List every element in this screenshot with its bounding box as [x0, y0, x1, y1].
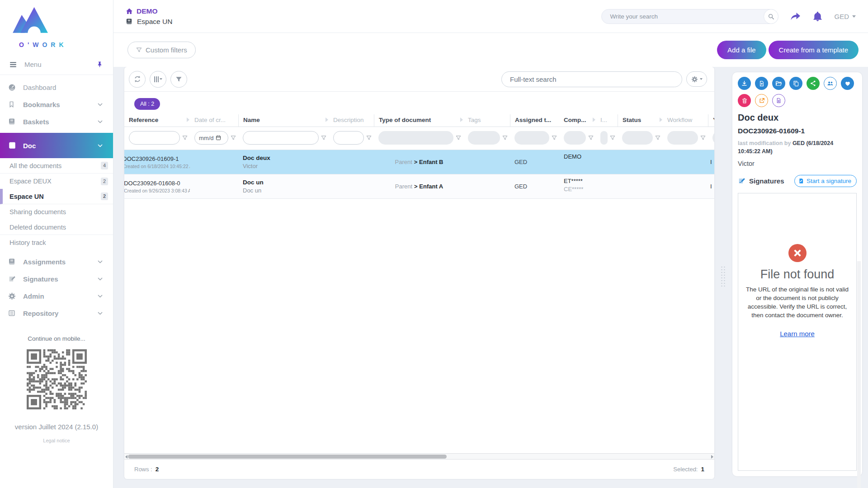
table-row[interactable]: w DOC230926-01609-1Created on 6/18/2024 …	[124, 150, 714, 174]
row-assigned-cell: GED	[510, 150, 559, 174]
start-signature-button[interactable]: Start a signature	[794, 175, 857, 187]
sidebar-item-all-documents[interactable]: All the documents 4	[0, 158, 113, 174]
col-header-tags[interactable]: Tags	[463, 114, 510, 127]
sidebar-item-sharing-documents[interactable]: Sharing documents	[0, 204, 113, 220]
funnel-icon[interactable]	[655, 135, 660, 141]
row-y-cell: I	[708, 150, 714, 174]
sidebar-item-espace-un[interactable]: Espace UN 2	[0, 189, 113, 204]
all-count-badge[interactable]: All : 2	[134, 98, 160, 110]
share-icon[interactable]	[790, 11, 801, 22]
file-upload-icon	[759, 80, 765, 87]
document-properties-button[interactable]	[772, 94, 785, 107]
col-header-date-of-creation[interactable]: Date of cr...	[190, 114, 238, 127]
open-external-button[interactable]	[755, 94, 768, 107]
col-header-i[interactable]: I...	[596, 114, 618, 127]
filter-description-input[interactable]	[333, 131, 364, 145]
last-modification-label: last modification by	[738, 140, 791, 146]
funnel-icon[interactable]	[366, 135, 372, 141]
scrollbar-thumb[interactable]	[128, 455, 447, 459]
content-area: All : 2 Reference Date of cr... Name Des…	[113, 67, 868, 488]
col-header-type-of-document[interactable]: Type of document	[374, 114, 463, 127]
space-label: Espace UN	[137, 18, 172, 26]
filter-reference-input[interactable]	[129, 131, 180, 145]
funnel-icon[interactable]	[456, 135, 461, 141]
legal-notice-link[interactable]: Legal notice	[0, 438, 113, 443]
columns-button[interactable]	[150, 71, 166, 88]
sidebar-item-history-track[interactable]: History track	[0, 235, 113, 250]
funnel-icon[interactable]	[182, 135, 188, 141]
download-button[interactable]	[738, 77, 751, 90]
col-header-reference[interactable]: Reference	[124, 114, 190, 127]
expand-caret-icon	[460, 117, 463, 122]
funnel-icon[interactable]	[231, 135, 236, 141]
learn-more-link[interactable]: Learn more	[780, 330, 815, 338]
funnel-icon[interactable]	[321, 135, 326, 141]
global-search-input[interactable]	[601, 9, 778, 24]
col-header-workflow[interactable]: Workflow	[663, 114, 708, 127]
funnel-icon[interactable]	[700, 135, 706, 141]
row-reference: DOC230926-01609-1	[124, 155, 190, 162]
viewer-scrollbar[interactable]	[857, 261, 861, 488]
funnel-icon[interactable]	[610, 135, 615, 141]
horizontal-scrollbar[interactable]	[124, 453, 714, 460]
topbar: DEMO Espace UN	[113, 0, 868, 33]
col-header-description[interactable]: Description	[329, 114, 374, 127]
pin-sidebar-icon[interactable]	[96, 61, 103, 68]
user-menu[interactable]: GED	[834, 13, 856, 20]
search-icon[interactable]	[764, 9, 778, 24]
global-search	[601, 9, 778, 24]
col-header-company[interactable]: Comp...	[559, 114, 596, 127]
create-from-template-button[interactable]: Create from a template	[769, 41, 859, 59]
breadcrumb-workspace[interactable]: DEMO	[126, 7, 172, 15]
table-settings-button[interactable]	[686, 71, 707, 87]
funnel-icon[interactable]	[502, 135, 508, 141]
funnel-icon[interactable]	[588, 135, 594, 141]
refresh-button[interactable]	[129, 71, 146, 88]
upload-version-button[interactable]	[755, 77, 768, 90]
add-file-button[interactable]: Add a file	[717, 41, 766, 59]
start-signature-label: Start a signature	[807, 178, 851, 184]
custom-filters-button[interactable]: Custom filters	[127, 42, 196, 58]
baskets-icon	[8, 118, 16, 125]
open-folder-button[interactable]	[772, 77, 785, 90]
chevron-down-icon	[97, 293, 103, 299]
scroll-right-arrow-icon[interactable]	[711, 455, 713, 459]
sidebar-item-signatures[interactable]: Signatures	[0, 270, 113, 287]
bell-icon[interactable]	[812, 11, 823, 22]
share-document-button[interactable]	[807, 77, 820, 90]
filter-date-input[interactable]: mm/d	[194, 131, 228, 145]
fulltext-search-input[interactable]	[501, 71, 682, 87]
chevron-down-icon	[97, 310, 103, 316]
chevron-down-icon	[97, 276, 103, 282]
sidebar-item-espace-deux[interactable]: Espace DEUX 2	[0, 174, 113, 189]
col-header-assigned-to[interactable]: Assigned t...	[510, 114, 559, 127]
hamburger-icon[interactable]	[9, 61, 17, 69]
favorite-button[interactable]	[841, 77, 854, 90]
funnel-icon	[136, 47, 142, 53]
table-row[interactable]: DOC230926-01608-0Created on 9/26/2023 3:…	[124, 174, 714, 199]
sidebar-item-repository[interactable]: Repository	[0, 305, 113, 322]
row-company-sub: CE*****	[564, 186, 592, 192]
funnel-icon[interactable]	[552, 135, 557, 141]
sidebar-item-baskets[interactable]: Baskets	[0, 113, 113, 130]
delete-button[interactable]	[738, 94, 751, 107]
row-type-parent: Parent	[395, 159, 412, 165]
sidebar-item-doc[interactable]: Doc	[0, 133, 113, 158]
sidebar-item-dashboard[interactable]: Dashboard	[0, 79, 113, 96]
sidebar-item-admin[interactable]: Admin	[0, 287, 113, 305]
filter-name-input[interactable]	[243, 131, 319, 145]
sidebar-item-bookmarks[interactable]: Bookmarks	[0, 96, 113, 113]
scroll-left-arrow-icon[interactable]	[125, 455, 127, 459]
col-header-y[interactable]: Y...	[708, 114, 714, 127]
filter-type-disabled	[378, 131, 453, 145]
gear-icon	[691, 76, 698, 83]
col-header-name[interactable]: Name	[238, 114, 329, 127]
copy-button[interactable]	[789, 77, 802, 90]
col-header-status[interactable]: Status	[618, 114, 663, 127]
funnel-icon	[175, 76, 182, 83]
filter-button[interactable]	[170, 71, 187, 88]
resize-handle[interactable]	[721, 266, 726, 286]
sidebar-item-deleted-documents[interactable]: Deleted documents	[0, 220, 113, 235]
sidebar-item-assignments[interactable]: Assignments	[0, 253, 113, 270]
assign-users-button[interactable]	[824, 77, 837, 90]
